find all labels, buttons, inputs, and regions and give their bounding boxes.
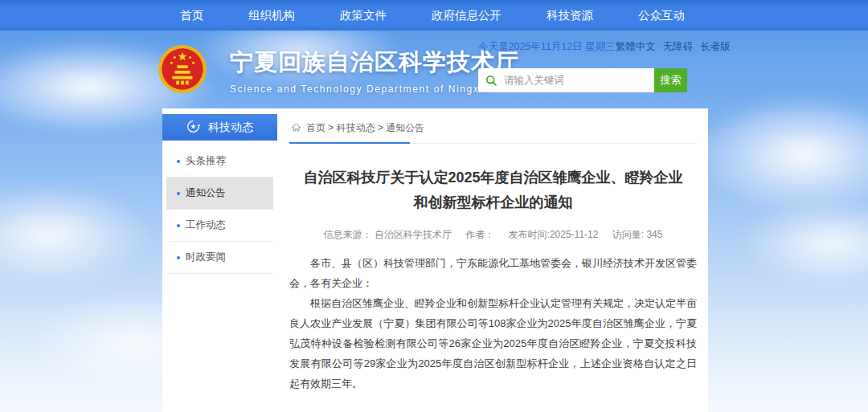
meta-publish-date: 发布时间:2025-11-12 [509,229,599,240]
bullet-dot-icon [177,224,180,227]
article-title-line2: 和创新型标杆企业的通知 [289,190,697,215]
circle-star-icon [186,120,200,136]
sidebar-item-label: 头条推荐 [186,154,226,168]
article-paragraph: 根据自治区雏鹰企业、瞪羚企业和创新型标杆企业认定管理有关规定，决定认定半亩良人农… [289,294,697,394]
site-title: 宁夏回族自治区科学技术厅 [230,47,519,79]
today-date: 今天是2025年11月12日 星期三 [478,40,616,54]
sidebar-item-notices[interactable]: 通知公告 [166,177,273,210]
sidebar-item-politics-news[interactable]: 时政要闻 [166,242,273,274]
breadcrumb-text[interactable]: 首页 > 科技动态 > 通知公告 [306,121,424,135]
nav-item-policy[interactable]: 政策文件 [335,8,391,23]
search-icon [485,74,497,87]
article-title: 自治区科技厅关于认定2025年度自治区雏鹰企业、瞪羚企业 和创新型标杆企业的通知 [289,165,697,214]
home-icon [291,122,301,135]
nav-item-gov-info[interactable]: 政府信息公开 [427,8,506,23]
meta-visit-count: 访问量: 345 [612,229,663,240]
cloud-decoration [0,183,153,288]
cloud-decoration [691,95,868,215]
site-subtitle: Science and Technology Department of Nin… [230,84,519,95]
sidebar-item-headlines[interactable]: 头条推荐 [166,145,273,177]
article-title-line1: 自治区科技厅关于认定2025年度自治区雏鹰企业、瞪羚企业 [289,165,697,190]
cloud-decoration [739,199,868,288]
sidebar-item-work-news[interactable]: 工作动态 [166,210,273,242]
sidebar-item-label: 时政要闻 [186,251,226,264]
site-title-block[interactable]: 宁夏回族自治区科学技术厅 Science and Technology Depa… [230,47,519,95]
traditional-chinese-link[interactable]: 繁體中文 [616,40,656,54]
bullet-dot-icon [177,160,180,163]
breadcrumb: 首页 > 科技动态 > 通知公告 [289,114,697,144]
bullet-dot-icon [177,256,180,259]
top-nav-bar: 首页 组织机构 政策文件 政府信息公开 科技资源 公众互动 [0,0,868,31]
accessibility-link[interactable]: 无障碍 [663,40,694,54]
main-content: 首页 > 科技动态 > 通知公告 自治区科技厅关于认定2025年度自治区雏鹰企业… [289,114,697,412]
bullet-dot-icon [177,192,180,195]
national-emblem-icon[interactable] [158,44,207,94]
sidebar-list: 头条推荐 通知公告 工作动态 时政要闻 [162,141,277,274]
sidebar: 科技动态 头条推荐 通知公告 工作动态 时政要闻 [162,114,277,274]
site-header: 宁夏回族自治区科学技术厅 Science and Technology Depa… [0,31,868,108]
nav-item-resources[interactable]: 科技资源 [542,8,598,23]
article-paragraph: 各市、县（区）科技管理部门，宁东能源化工基地管委会，银川经济技术开发区管委会，各… [289,254,697,294]
sidebar-item-label: 通知公告 [186,186,226,200]
nav-item-interaction[interactable]: 公众互动 [633,8,690,23]
article-body: 各市、县（区）科技管理部门，宁东能源化工基地管委会，银川经济技术开发区管委会，各… [289,254,697,394]
sidebar-item-label: 工作动态 [186,218,226,232]
date-row: 今天是2025年11月12日 星期三 繁體中文 无障碍 长者版 [478,40,705,54]
page: 首页 组织机构 政策文件 政府信息公开 科技资源 公众互动 [0,0,868,412]
meta-author: 作者： [465,229,494,240]
senior-version-link[interactable]: 长者版 [700,40,731,54]
search-button[interactable]: 搜索 [654,68,687,92]
sidebar-header-tech-news[interactable]: 科技动态 [162,114,277,141]
nav-item-organization[interactable]: 组织机构 [244,8,300,23]
utility-links: 繁體中文 无障碍 长者版 [616,40,731,54]
article-meta: 信息来源： 自治区科学技术厅 作者： 发布时间:2025-11-12 访问量: … [289,228,697,242]
content-wrapper: 科技动态 头条推荐 通知公告 工作动态 时政要闻 [162,108,708,412]
top-nav-items: 首页 组织机构 政策文件 政府信息公开 科技资源 公众互动 [175,0,690,31]
nav-item-home[interactable]: 首页 [175,8,208,23]
search-bar: 搜索 [478,68,687,92]
sidebar-title: 科技动态 [208,120,253,135]
meta-source: 信息来源： 自治区科学技术厅 [324,229,452,240]
header-right: 今天是2025年11月12日 星期三 繁體中文 无障碍 长者版 [478,40,705,54]
search-input[interactable] [478,68,654,92]
